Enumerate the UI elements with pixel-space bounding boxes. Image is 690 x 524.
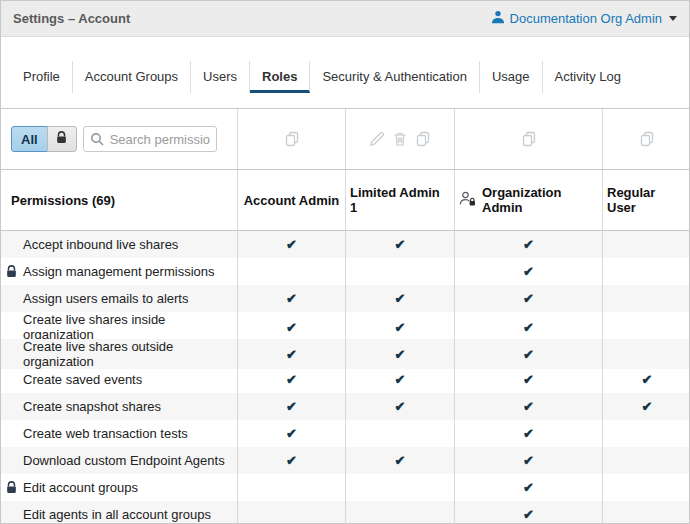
check-cell: ✔ <box>454 285 602 312</box>
permission-label: Edit agents in all account groups <box>1 501 237 524</box>
check-cell <box>602 474 690 501</box>
check-cell <box>602 312 690 342</box>
table-row: Download custom Endpoint Agents ✔ ✔ ✔ <box>1 447 689 474</box>
check-cell <box>237 258 345 285</box>
permission-label: Assign users emails to alerts <box>1 285 237 312</box>
check-cell: ✔ <box>454 231 602 258</box>
check-cell <box>602 420 690 447</box>
permission-label: Download custom Endpoint Agents <box>1 447 237 474</box>
column-account-admin: Account Admin <box>237 170 345 230</box>
table-header-row: Permissions (69) Account Admin Limited A… <box>1 170 689 231</box>
table-row: Accept inbound live shares ✔ ✔ ✔ <box>1 231 689 258</box>
limited-admin-actions <box>345 109 454 169</box>
permission-label: Assign management permissions <box>1 258 237 285</box>
check-cell: ✔ <box>237 312 345 342</box>
tab-account-groups[interactable]: Account Groups <box>73 61 191 93</box>
check-cell: ✔ <box>237 447 345 474</box>
check-cell: ✔ <box>454 393 602 420</box>
check-cell: ✔ <box>454 312 602 342</box>
column-limited-admin-1: Limited Admin 1 <box>345 170 454 230</box>
account-admin-actions <box>237 109 345 169</box>
tab-users[interactable]: Users <box>191 61 250 93</box>
check-cell: ✔ <box>345 366 454 393</box>
roles-permissions-table: All <box>1 108 689 524</box>
check-cell <box>602 339 690 369</box>
check-cell: ✔ <box>237 393 345 420</box>
settings-account-page: Settings – Account Documentation Org Adm… <box>0 0 690 524</box>
tab-activity-log[interactable]: Activity Log <box>543 61 633 93</box>
copy-icon[interactable] <box>521 131 537 147</box>
copy-icon[interactable] <box>415 131 431 147</box>
column-label: Limited Admin 1 <box>350 185 450 215</box>
table-row: Create live shares inside organization ✔… <box>1 312 689 339</box>
table-row: Create web transaction tests ✔ ✔ <box>1 420 689 447</box>
tab-roles[interactable]: Roles <box>250 61 310 93</box>
permission-label: Create live shares outside organization <box>1 339 237 369</box>
table-actions-row: All <box>1 109 689 170</box>
table-row: Create snapshot shares ✔ ✔ ✔ ✔ <box>1 393 689 420</box>
check-cell: ✔ <box>454 258 602 285</box>
permission-label: Accept inbound live shares <box>1 231 237 258</box>
page-title: Settings – Account <box>13 11 130 26</box>
column-label: Account Admin <box>244 193 340 208</box>
search-icon <box>90 132 104 150</box>
check-cell: ✔ <box>345 231 454 258</box>
tabs-bar: Profile Account Groups Users Roles Secur… <box>1 37 689 108</box>
check-cell: ✔ <box>454 339 602 369</box>
organization-admin-actions <box>454 109 602 169</box>
check-cell <box>345 501 454 524</box>
check-cell: ✔ <box>454 474 602 501</box>
edit-icon[interactable] <box>369 131 385 147</box>
check-cell: ✔ <box>602 366 690 393</box>
column-label: Organization Admin <box>482 185 598 215</box>
filter-all-button[interactable]: All <box>11 126 48 152</box>
check-cell: ✔ <box>345 285 454 312</box>
check-cell: ✔ <box>602 393 690 420</box>
table-row: Assign users emails to alerts ✔ ✔ ✔ <box>1 285 689 312</box>
check-cell: ✔ <box>237 231 345 258</box>
delete-icon[interactable] <box>392 131 408 147</box>
check-cell: ✔ <box>454 501 602 524</box>
copy-icon[interactable] <box>284 131 300 147</box>
table-row: Create saved events ✔ ✔ ✔ ✔ <box>1 366 689 393</box>
filter-locked-button[interactable] <box>47 126 77 152</box>
check-cell: ✔ <box>454 447 602 474</box>
permission-label: Create live shares inside organization <box>1 312 237 342</box>
table-row: Edit agents in all account groups ✔ <box>1 501 689 524</box>
user-icon <box>491 10 505 28</box>
check-cell: ✔ <box>345 393 454 420</box>
check-cell <box>602 285 690 312</box>
check-cell <box>237 474 345 501</box>
permission-text: Assign management permissions <box>23 264 214 279</box>
check-cell <box>602 501 690 524</box>
column-organization-admin: Organization Admin <box>454 170 602 230</box>
column-regular-user: Regular User <box>602 170 690 230</box>
check-cell <box>237 501 345 524</box>
check-cell <box>345 474 454 501</box>
check-cell <box>345 258 454 285</box>
user-menu[interactable]: Documentation Org Admin <box>491 10 677 28</box>
check-cell <box>602 258 690 285</box>
top-bar: Settings – Account Documentation Org Adm… <box>1 1 689 37</box>
lock-icon <box>6 481 17 497</box>
copy-icon[interactable] <box>639 131 655 147</box>
tab-profile[interactable]: Profile <box>11 61 73 93</box>
check-cell <box>602 231 690 258</box>
check-cell: ✔ <box>454 366 602 393</box>
lock-icon <box>6 265 17 281</box>
user-menu-label: Documentation Org Admin <box>510 11 662 26</box>
regular-user-actions <box>602 109 690 169</box>
check-cell: ✔ <box>237 285 345 312</box>
table-row: Create live shares outside organization … <box>1 339 689 366</box>
permission-label: Create snapshot shares <box>1 393 237 420</box>
check-cell: ✔ <box>345 339 454 369</box>
permissions-header: Permissions (69) <box>1 170 237 230</box>
tab-usage[interactable]: Usage <box>480 61 543 93</box>
table-row: Edit account groups ✔ <box>1 474 689 501</box>
tab-security-authentication[interactable]: Security & Authentication <box>310 61 480 93</box>
permission-label: Create saved events <box>1 366 237 393</box>
permission-text: Edit account groups <box>23 480 138 495</box>
check-cell: ✔ <box>237 339 345 369</box>
user-lock-icon <box>459 191 476 209</box>
column-label: Regular User <box>607 185 687 215</box>
